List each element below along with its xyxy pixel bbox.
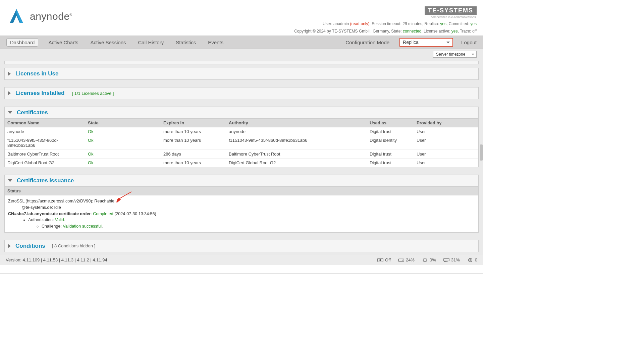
table-row[interactable]: Baltimore CyberTrust RootOk286 daysBalti… [5,150,478,159]
brand-name: anynode® [30,11,72,22]
replica-prefix: , Replica: [422,21,440,26]
cell-expires: more than 10 years [161,127,226,136]
tab-call-history[interactable]: Call History [136,38,166,47]
cell-authority: DigiCert Global Root G2 [226,159,367,167]
panel-sub-conditions: [ 8 Conditions hidden ] [52,243,95,248]
replica-value: yes [440,21,446,26]
committed-value: yes [470,21,477,26]
chevron-right-icon [8,244,11,248]
user-name: anadmin [333,21,349,26]
table-row[interactable]: anynodeOkmore than 10 yearsanynodeDigita… [5,127,478,136]
secondary-bar: Server timezone [0,49,483,60]
scrollbar-thumb[interactable] [480,144,483,161]
cell-used-as: Digital trust [367,159,414,167]
issuance-line-order: CN=sbc7.lab.anynode.de certificate order… [8,211,475,217]
status-memory: 31% [443,257,460,262]
panel-conditions: Conditions [ 8 Conditions hidden ] [4,240,479,252]
tab-events[interactable]: Events [206,38,225,47]
panel-title-licenses-installed: Licenses Installed [15,90,64,97]
copy-trace: off [472,29,477,34]
annotation-arrow-icon [115,191,132,203]
memory-icon [443,258,449,262]
user-readonly: (read-only) [349,21,369,26]
issuance-account-status: Idle [54,205,61,210]
copy-lic: yes [451,29,458,34]
panel-certificates: Certificates Common Name State Expires i… [4,107,479,167]
tab-statistics[interactable]: Statistics [174,38,198,47]
cell-used-as: Digital trust [367,150,414,158]
issuance-order-status: Completed [93,212,113,216]
panel-certificates-issuance: Certificates Issuance Status ZeroSSL (ht… [4,175,479,233]
panel-title-conditions: Conditions [15,243,45,249]
table-row[interactable]: f1151043-99f5-435f-860d-89fe1b631ab6Okmo… [5,136,478,150]
chevron-down-icon [8,179,12,182]
header-right: TE-SYSTEMS competence in e-communication… [294,6,477,34]
timezone-value: Server timezone [436,52,465,57]
status-network-value: 0 [475,257,477,262]
cell-expires: more than 10 years [161,136,226,149]
th-used-as: Used as [367,119,414,127]
cell-used-as: Digital identity [367,136,414,149]
th-common-name: Common Name [5,119,85,127]
panel-head-certificates-issuance[interactable]: Certificates Issuance [5,175,478,186]
issuance-auth-status: Valid [55,218,64,222]
logout-link[interactable]: Logout [461,40,477,45]
panel-head-certificates[interactable]: Certificates [5,107,478,118]
cell-authority: Baltimore CyberTrust Root [226,150,367,158]
issuance-line-zerossl: ZeroSSL (https://acme.zerossl.com/v2/DV9… [8,198,475,204]
tab-active-charts[interactable]: Active Charts [46,38,80,47]
svg-marker-1 [16,9,23,23]
copy-prefix: Copyright © 2024 by TE-SYSTEMS GmbH, Ger… [294,29,403,34]
copy-state: connected [403,29,421,34]
tab-active-sessions[interactable]: Active Sessions [89,38,128,47]
status-network: 0 [467,257,477,262]
status-recording-value: Off [385,257,391,262]
issuance-order-cn: CN=sbc7.lab.anynode.de certificate order [8,212,91,216]
issuance-auth-dot: . [64,218,65,222]
cell-used-as: Digital trust [367,127,414,136]
th-state: State [85,119,161,127]
tes-logo: TE-SYSTEMS [425,6,477,15]
panel-title-licenses-in-use: Licenses in Use [15,70,59,77]
panel-licenses-in-use: Licenses in Use [4,68,479,80]
sess-value: 29 minutes [402,21,422,26]
header: anynode® TE-SYSTEMS competence in e-comm… [0,0,483,36]
cell-expires: 286 days [161,150,226,158]
copy-lic-prefix: , License active: [421,29,451,34]
chevron-right-icon [8,72,11,76]
timezone-select[interactable]: Server timezone [433,51,477,58]
svg-rect-7 [424,259,426,261]
panel-head-conditions[interactable]: Conditions [ 8 Conditions hidden ] [5,240,478,252]
panel-licenses-installed: Licenses Installed [ 1/1 Licenses active… [4,87,479,99]
panel-title-certificates: Certificates [17,109,48,116]
th-provided-by: Provided by [414,119,478,127]
sess-prefix: , Session timeout: [369,21,402,26]
th-authority: Authority [226,119,367,127]
cell-common-name: f1151043-99f5-435f-860d-89fe1b631ab6 [5,136,85,149]
issuance-account-prefix: @te-systems.de: [21,205,54,210]
config-mode-select[interactable]: Replica [399,38,453,47]
status-right: Off 24% 0% 31% 0 [377,257,477,262]
panel-head-licenses-installed[interactable]: Licenses Installed [ 1/1 Licenses active… [5,87,478,99]
table-row[interactable]: DigiCert Global Root G2Okmore than 10 ye… [5,159,478,167]
committed-prefix: , Committed: [446,21,470,26]
collapsed-panel-top[interactable] [4,61,479,64]
dashboard-scroll-area[interactable]: Licenses in Use Licenses Installed [ 1/1… [0,60,483,255]
th-expires: Expires in [161,119,226,127]
tes-tagline: competence in e-communications. [294,15,477,19]
panel-head-licenses-in-use[interactable]: Licenses in Use [5,68,478,79]
issuance-line-account: @te-systems.de: Idle [8,204,475,211]
issuance-chal-status: Validation successful [63,224,102,229]
status-memory-value: 31% [451,257,460,262]
issuance-order-timestamp: (2024-07-30 13:34:56) [113,212,156,216]
config-mode-label: Configuration Mode [345,40,389,45]
cell-provided-by: User [414,159,478,167]
svg-rect-12 [444,258,449,261]
user-info-line: User: anadmin (read-only), Session timeo… [294,21,477,26]
tab-dashboard[interactable]: Dashboard [6,38,38,47]
cell-common-name: DigiCert Global Root G2 [5,159,85,167]
cell-provided-by: User [414,136,478,149]
issuance-zerossl-status: Reachable [94,199,114,203]
issuance-chal-dot: . [102,224,103,229]
brand-reg: ® [70,13,72,17]
